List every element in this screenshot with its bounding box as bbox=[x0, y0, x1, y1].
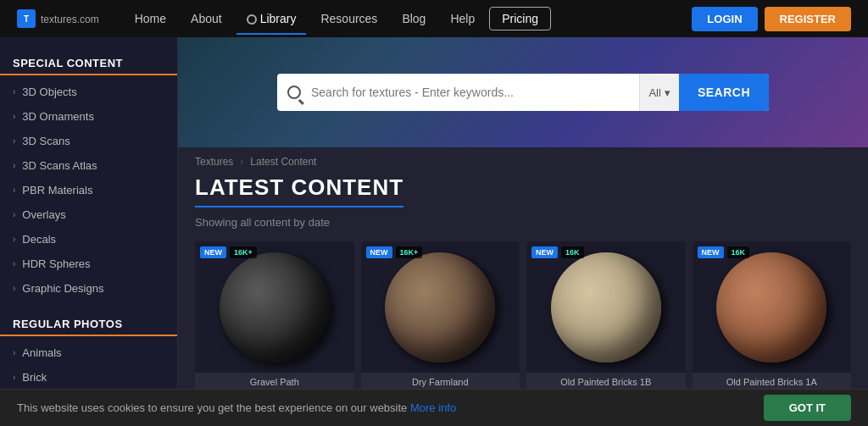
sidebar-item-3d-objects[interactable]: › 3D Objects bbox=[0, 80, 177, 104]
logo[interactable]: T textures.com bbox=[17, 9, 99, 28]
page-subtitle: Showing all content by date bbox=[195, 216, 851, 229]
breadcrumb-root[interactable]: Textures bbox=[195, 156, 233, 168]
sidebar-item-graphic-designs[interactable]: › Graphic Designs bbox=[0, 276, 177, 301]
texture-sphere bbox=[220, 252, 330, 362]
breadcrumb: Textures › Latest Content bbox=[195, 156, 851, 168]
breadcrumb-current: Latest Content bbox=[250, 156, 316, 168]
special-content-title: SPECIAL CONTENT bbox=[0, 50, 177, 75]
regular-photos-title: REGULAR PHOTOS bbox=[0, 311, 177, 336]
search-icon bbox=[287, 86, 301, 99]
texture-name: Dry Farmland bbox=[361, 373, 520, 389]
texture-badges: NEW 16K+ bbox=[366, 246, 423, 258]
badge-resolution: 16K+ bbox=[396, 246, 423, 258]
main-content: All ▾ SEARCH Textures › Latest Content L… bbox=[178, 37, 868, 389]
texture-card[interactable]: NEW 16K+ Gravel Path bbox=[195, 241, 354, 389]
texture-name: Old Painted Bricks 1A bbox=[693, 373, 852, 389]
chevron-icon: › bbox=[13, 373, 15, 382]
chevron-icon: › bbox=[13, 348, 15, 357]
content-area: Textures › Latest Content LATEST CONTENT… bbox=[178, 147, 868, 389]
badge-new: NEW bbox=[200, 246, 226, 258]
nav-library[interactable]: Library bbox=[236, 5, 307, 33]
sidebar-item-animals[interactable]: › Animals bbox=[0, 340, 177, 365]
layout: SPECIAL CONTENT › 3D Objects › 3D Orname… bbox=[0, 37, 868, 389]
sidebar: SPECIAL CONTENT › 3D Objects › 3D Orname… bbox=[0, 37, 178, 389]
search-input[interactable] bbox=[311, 86, 639, 99]
texture-name: Old Painted Bricks 1B bbox=[526, 373, 686, 389]
texture-preview bbox=[361, 241, 520, 373]
chevron-icon: › bbox=[13, 185, 15, 195]
search-icon-small bbox=[247, 14, 257, 25]
got-it-button[interactable]: GOT IT bbox=[764, 395, 851, 421]
texture-grid: NEW 16K+ Gravel Path NEW 16K+ bbox=[195, 241, 851, 389]
main-nav: Home About Library Resources Blog Help P… bbox=[125, 5, 693, 33]
login-button[interactable]: LOGIN bbox=[692, 7, 757, 31]
texture-preview bbox=[693, 241, 852, 373]
chevron-icon: › bbox=[13, 210, 15, 219]
texture-sphere bbox=[385, 252, 495, 362]
badge-resolution: 16K bbox=[561, 246, 584, 258]
chevron-icon: › bbox=[13, 112, 15, 121]
hero-search: All ▾ SEARCH bbox=[178, 37, 868, 147]
chevron-icon: › bbox=[13, 235, 15, 244]
search-filter-dropdown[interactable]: All ▾ bbox=[639, 74, 678, 111]
sidebar-item-overlays[interactable]: › Overlays bbox=[0, 202, 177, 227]
register-button[interactable]: REGISTER bbox=[765, 7, 851, 31]
search-button[interactable]: SEARCH bbox=[679, 74, 769, 111]
sidebar-item-hdr-spheres[interactable]: › HDR Spheres bbox=[0, 252, 177, 276]
chevron-down-icon: ▾ bbox=[665, 86, 670, 99]
nav-blog[interactable]: Blog bbox=[392, 5, 436, 32]
texture-badges: NEW 16K+ bbox=[200, 246, 257, 258]
sidebar-item-3d-scans[interactable]: › 3D Scans bbox=[0, 129, 177, 153]
cookie-text: This website uses cookies to ensure you … bbox=[17, 401, 764, 414]
chevron-icon: › bbox=[13, 259, 15, 268]
texture-card[interactable]: NEW 16K+ Dry Farmland bbox=[361, 241, 520, 389]
badge-resolution: 16K+ bbox=[230, 246, 257, 258]
chevron-icon: › bbox=[13, 136, 15, 146]
badge-new: NEW bbox=[531, 246, 558, 258]
texture-badges: NEW 16K bbox=[698, 246, 750, 258]
search-icon-wrap bbox=[277, 86, 311, 99]
sidebar-item-3d-scans-atlas[interactable]: › 3D Scans Atlas bbox=[0, 153, 177, 178]
texture-card[interactable]: NEW 16K Old Painted Bricks 1B bbox=[526, 241, 686, 389]
texture-card[interactable]: NEW 16K Old Painted Bricks 1A bbox=[693, 241, 852, 389]
breadcrumb-separator: › bbox=[240, 156, 243, 168]
texture-preview bbox=[195, 241, 354, 373]
sidebar-item-decals[interactable]: › Decals bbox=[0, 227, 177, 252]
header: T textures.com Home About Library Resour… bbox=[0, 0, 868, 37]
nav-home[interactable]: Home bbox=[125, 5, 176, 32]
sidebar-item-3d-ornaments[interactable]: › 3D Ornaments bbox=[0, 104, 177, 129]
nav-pricing[interactable]: Pricing bbox=[489, 7, 551, 30]
badge-resolution: 16K bbox=[727, 246, 750, 258]
nav-help[interactable]: Help bbox=[440, 5, 485, 32]
page-title: LATEST CONTENT bbox=[195, 174, 403, 207]
texture-badges: NEW 16K bbox=[531, 246, 584, 258]
texture-name: Gravel Path bbox=[195, 373, 354, 389]
badge-new: NEW bbox=[698, 246, 724, 258]
logo-text: textures.com bbox=[41, 11, 99, 26]
header-buttons: LOGIN REGISTER bbox=[692, 7, 851, 31]
cookie-more-info-link[interactable]: More info bbox=[410, 401, 456, 414]
nav-about[interactable]: About bbox=[181, 5, 232, 32]
texture-sphere bbox=[716, 252, 826, 362]
cookie-banner: This website uses cookies to ensure you … bbox=[0, 389, 868, 426]
sidebar-item-pbr-materials[interactable]: › PBR Materials bbox=[0, 178, 177, 202]
sidebar-item-brick[interactable]: › Brick bbox=[0, 365, 177, 389]
logo-icon: T bbox=[17, 9, 36, 28]
texture-sphere bbox=[551, 252, 661, 362]
chevron-icon: › bbox=[13, 161, 15, 170]
search-bar: All ▾ SEARCH bbox=[277, 74, 769, 111]
chevron-icon: › bbox=[13, 284, 15, 293]
texture-preview bbox=[526, 241, 686, 373]
chevron-icon: › bbox=[13, 87, 15, 97]
nav-resources[interactable]: Resources bbox=[310, 5, 387, 32]
badge-new: NEW bbox=[366, 246, 392, 258]
